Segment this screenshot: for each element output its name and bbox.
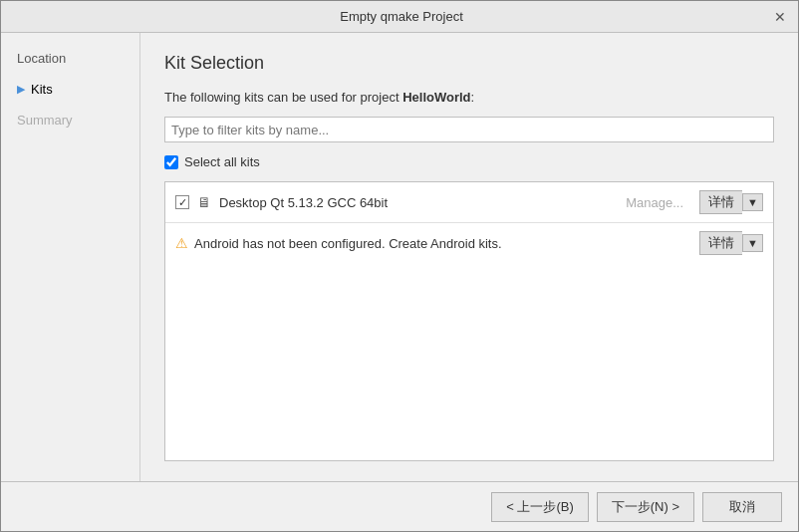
- cancel-button[interactable]: 取消: [702, 492, 782, 522]
- description-prefix: The following kits can be used for proje…: [164, 90, 402, 105]
- dialog-title: Empty qmake Project: [31, 9, 772, 24]
- android-warning-row: ⚠ Android has not been configured. Creat…: [175, 235, 691, 251]
- monitor-icon: 🖥: [197, 194, 211, 210]
- android-detail-main-btn[interactable]: 详情: [699, 231, 742, 255]
- description-suffix: :: [471, 90, 475, 105]
- close-button[interactable]: ✕: [772, 9, 788, 25]
- warning-icon: ⚠: [175, 235, 188, 251]
- sidebar: Location ▶ Kits Summary: [1, 33, 140, 481]
- sidebar-item-summary[interactable]: Summary: [1, 105, 139, 135]
- dialog: Empty qmake Project ✕ Location ▶ Kits Su…: [0, 0, 799, 532]
- kits-table: 🖥 Desktop Qt 5.13.2 GCC 64bit Manage... …: [164, 181, 774, 461]
- sidebar-item-kits[interactable]: ▶ Kits: [1, 74, 139, 105]
- detail-arrow-btn[interactable]: ▼: [742, 193, 763, 211]
- kit-row-content: 🖥 Desktop Qt 5.13.2 GCC 64bit: [175, 194, 618, 210]
- footer: < 上一步(B) 下一步(N) > 取消: [1, 481, 798, 531]
- sidebar-item-label: Summary: [17, 113, 73, 128]
- filter-input[interactable]: [164, 117, 774, 142]
- project-name: HelloWorld: [402, 90, 470, 105]
- sidebar-item-label: Location: [17, 51, 66, 66]
- arrow-icon: ▶: [17, 83, 25, 96]
- manage-link[interactable]: Manage...: [626, 195, 683, 210]
- select-all-row: Select all kits: [164, 154, 774, 169]
- next-button[interactable]: 下一步(N) >: [597, 492, 694, 522]
- main-content: Kit Selection The following kits can be …: [140, 33, 798, 481]
- select-all-checkbox[interactable]: [164, 155, 178, 169]
- detail-button-desktop: 详情 ▼: [699, 190, 763, 214]
- detail-button-android: 详情 ▼: [699, 231, 763, 255]
- title-bar: Empty qmake Project ✕: [1, 1, 798, 33]
- kit-name-desktop: Desktop Qt 5.13.2 GCC 64bit: [219, 195, 388, 210]
- sidebar-item-location[interactable]: Location: [1, 43, 139, 74]
- detail-main-btn[interactable]: 详情: [699, 190, 742, 214]
- table-row-android: ⚠ Android has not been configured. Creat…: [165, 223, 773, 263]
- dialog-body: Location ▶ Kits Summary Kit Selection Th…: [1, 33, 798, 481]
- android-detail-arrow-btn[interactable]: ▼: [742, 234, 763, 252]
- back-button[interactable]: < 上一步(B): [491, 492, 589, 522]
- table-row: 🖥 Desktop Qt 5.13.2 GCC 64bit Manage... …: [165, 182, 773, 223]
- sidebar-item-label: Kits: [31, 82, 53, 97]
- kit-checkbox-desktop[interactable]: [175, 195, 189, 209]
- select-all-label: Select all kits: [184, 154, 260, 169]
- description: The following kits can be used for proje…: [164, 90, 774, 105]
- android-warning-text: Android has not been configured. Create …: [194, 236, 502, 251]
- section-title: Kit Selection: [164, 53, 774, 74]
